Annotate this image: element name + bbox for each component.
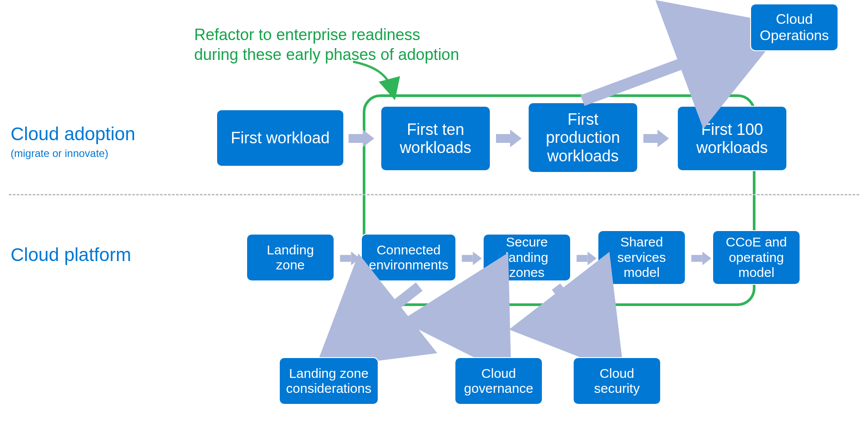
arrow-diagonal-down-icon: [327, 282, 428, 357]
box-first-ten-workloads: First ten workloads: [380, 106, 491, 171]
box-shared-services-model: Shared services model: [597, 230, 686, 285]
row-divider: [9, 194, 859, 195]
box-secure-landing-zones: Secure landing zones: [483, 234, 571, 281]
svg-line-1: [340, 287, 419, 349]
box-landing-zone: Landing zone: [246, 234, 334, 281]
box-first-100-workloads: First 100 workloads: [677, 106, 787, 171]
row-title-platform: Cloud platform: [11, 244, 131, 265]
box-cloud-security: Cloud security: [573, 357, 661, 405]
arrow-right-icon: [496, 130, 522, 147]
row-subtitle-adoption: (migrate or innovate): [11, 147, 108, 160]
arrow-right-icon: [462, 251, 483, 265]
box-ccoe-operating-model: CCoE and operating model: [712, 230, 800, 285]
callout-arrow-icon: [349, 57, 410, 97]
callout-text: Refactor to enterprise readiness during …: [194, 25, 459, 64]
arrow-diagonal-down-icon: [543, 282, 622, 357]
box-cloud-operations: Cloud Operations: [750, 4, 838, 51]
diagram-canvas: Refactor to enterprise readiness during …: [0, 0, 868, 433]
callout-line-2: during these early phases of adoption: [194, 45, 459, 63]
svg-line-2: [455, 287, 494, 349]
svg-line-0: [582, 37, 755, 101]
callout-line-1: Refactor to enterprise readiness: [194, 26, 420, 44]
arrow-right-icon: [691, 251, 712, 265]
row-title-adoption: Cloud adoption: [11, 123, 135, 145]
box-connected-environments: Connected environments: [361, 234, 456, 281]
arrow-right-icon: [577, 251, 597, 265]
arrow-diagonal-down-icon: [441, 282, 512, 357]
arrow-right-icon: [340, 251, 361, 265]
box-cloud-governance: Cloud governance: [455, 357, 543, 405]
arrow-diagonal-up-icon: [574, 30, 768, 105]
box-landing-zone-considerations: Landing zone considerations: [279, 357, 379, 405]
svg-line-3: [556, 287, 605, 349]
arrow-right-icon: [643, 130, 670, 147]
box-first-workload: First workload: [216, 109, 344, 167]
box-first-production-workloads: First production workloads: [528, 102, 638, 173]
arrow-right-icon: [349, 130, 375, 147]
